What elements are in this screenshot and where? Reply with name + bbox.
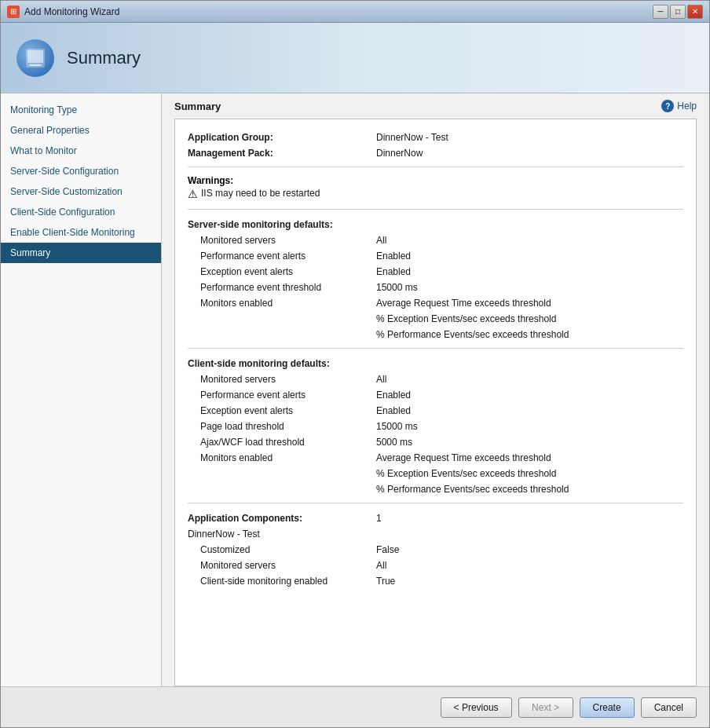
sidebar-item-what-to-monitor[interactable]: What to Monitor bbox=[1, 141, 161, 161]
client-monitors-2: % Exception Events/sec exceeds threshold bbox=[188, 468, 683, 479]
window-icon: ⊞ bbox=[7, 5, 20, 18]
previous-button[interactable]: < Previous bbox=[441, 697, 512, 718]
server-monitors-value-3: % Performance Events/sec exceeds thresho… bbox=[376, 329, 569, 340]
server-section-header: Server-side monitoring defaults: bbox=[188, 219, 683, 230]
client-ajax-threshold: Ajax/WCF load threshold 5000 ms bbox=[188, 437, 683, 448]
divider-3 bbox=[188, 348, 683, 349]
app-comp-client-monitoring: Client-side monitoring enabled True bbox=[188, 576, 683, 587]
server-section-label: Server-side monitoring defaults: bbox=[188, 219, 376, 230]
client-ajax-threshold-value: 5000 ms bbox=[376, 437, 412, 448]
main-header: Summary ? Help bbox=[162, 93, 709, 119]
window-title: Add Monitoring Wizard bbox=[24, 6, 648, 17]
client-monitors-label-1: Monitors enabled bbox=[188, 452, 376, 463]
client-page-load-label: Page load threshold bbox=[188, 421, 376, 432]
app-comp-dinnernow-label: DinnerNow - Test bbox=[188, 529, 376, 540]
sidebar-item-monitoring-type[interactable]: Monitoring Type bbox=[1, 100, 161, 120]
client-page-load-value: 15000 ms bbox=[376, 421, 418, 432]
app-comp-client-label: Client-side monitoring enabled bbox=[188, 576, 376, 587]
client-monitors-value-1: Average Request Time exceeds threshold bbox=[376, 452, 551, 463]
server-perf-threshold: Performance event threshold 15000 ms bbox=[188, 282, 683, 293]
warning-icon: ⚠ bbox=[188, 188, 198, 201]
create-button[interactable]: Create bbox=[580, 697, 635, 718]
app-comp-monitored-value: All bbox=[376, 560, 386, 571]
management-pack-label: Management Pack: bbox=[188, 148, 376, 159]
app-components-value: 1 bbox=[376, 513, 382, 524]
client-perf-alerts-label: Performance event alerts bbox=[188, 390, 376, 401]
server-perf-alerts: Performance event alerts Enabled bbox=[188, 251, 683, 262]
client-monitored-servers-value: All bbox=[376, 374, 386, 385]
main-title: Summary bbox=[174, 101, 221, 112]
client-monitors-1: Monitors enabled Average Request Time ex… bbox=[188, 452, 683, 463]
sidebar-item-server-side-custom[interactable]: Server-Side Customization bbox=[1, 181, 161, 202]
client-monitored-servers: Monitored servers All bbox=[188, 374, 683, 385]
server-perf-threshold-value: 15000 ms bbox=[376, 282, 418, 293]
client-monitors-label-3 bbox=[188, 484, 376, 495]
sidebar-item-general-properties[interactable]: General Properties bbox=[1, 120, 161, 141]
divider-1 bbox=[188, 166, 683, 167]
header-title: Summary bbox=[67, 48, 141, 68]
next-button[interactable]: Next > bbox=[518, 697, 573, 718]
content-area: Monitoring Type General Properties What … bbox=[1, 93, 709, 686]
management-pack-row: Management Pack: DinnerNow bbox=[188, 148, 683, 159]
app-comp-monitored-label: Monitored servers bbox=[188, 560, 376, 571]
server-perf-threshold-label: Performance event threshold bbox=[188, 282, 376, 293]
maximize-button[interactable]: □ bbox=[670, 5, 686, 19]
warnings-section: Warnings: ⚠ IIS may need to be restarted bbox=[188, 175, 683, 201]
summary-box: Application Group: DinnerNow - Test Mana… bbox=[174, 119, 697, 686]
help-icon: ? bbox=[661, 100, 674, 112]
server-monitored-servers-label: Monitored servers bbox=[188, 235, 376, 246]
app-comp-client-value: True bbox=[376, 576, 395, 587]
divider-4 bbox=[188, 503, 683, 503]
sidebar-item-server-side-config[interactable]: Server-Side Configuration bbox=[1, 161, 161, 181]
management-pack-value: DinnerNow bbox=[376, 148, 423, 159]
client-ajax-threshold-label: Ajax/WCF load threshold bbox=[188, 437, 376, 448]
application-group-row: Application Group: DinnerNow - Test bbox=[188, 132, 683, 143]
warning-text: IIS may need to be restarted bbox=[201, 188, 320, 199]
client-page-load: Page load threshold 15000 ms bbox=[188, 421, 683, 432]
client-section: Client-side monitoring defaults: Monitor… bbox=[188, 358, 683, 495]
help-link[interactable]: ? Help bbox=[661, 100, 697, 112]
client-monitors-3: % Performance Events/sec exceeds thresho… bbox=[188, 484, 683, 495]
app-components-section: Application Components: 1 DinnerNow - Te… bbox=[188, 513, 683, 587]
client-exception-alerts: Exception event alerts Enabled bbox=[188, 405, 683, 416]
server-monitors-2: % Exception Events/sec exceeds threshold bbox=[188, 313, 683, 324]
header-area: Summary bbox=[1, 23, 709, 93]
client-perf-alerts: Performance event alerts Enabled bbox=[188, 390, 683, 401]
server-monitors-label-2 bbox=[188, 313, 376, 324]
server-exception-alerts: Exception event alerts Enabled bbox=[188, 266, 683, 277]
server-section: Server-side monitoring defaults: Monitor… bbox=[188, 219, 683, 340]
warning-row: ⚠ IIS may need to be restarted bbox=[188, 188, 683, 201]
client-section-header: Client-side monitoring defaults: bbox=[188, 358, 683, 369]
svg-rect-2 bbox=[29, 64, 42, 66]
server-monitors-value-1: Average Request Time exceeds threshold bbox=[376, 298, 551, 309]
main-window: ⊞ Add Monitoring Wizard ─ □ ✕ Summary Mo… bbox=[0, 0, 710, 728]
close-button[interactable]: ✕ bbox=[687, 5, 703, 19]
sidebar-item-client-side-config[interactable]: Client-Side Configuration bbox=[1, 202, 161, 222]
client-monitored-servers-label: Monitored servers bbox=[188, 374, 376, 385]
server-perf-alerts-value: Enabled bbox=[376, 251, 411, 262]
server-monitors-label: Monitors enabled bbox=[188, 298, 376, 309]
app-comp-customized-label: Customized bbox=[188, 544, 376, 555]
server-exception-alerts-value: Enabled bbox=[376, 266, 411, 277]
server-perf-alerts-label: Performance event alerts bbox=[188, 251, 376, 262]
server-monitors-value-2: % Exception Events/sec exceeds threshold bbox=[376, 313, 556, 324]
sidebar: Monitoring Type General Properties What … bbox=[1, 93, 162, 686]
sidebar-item-summary[interactable]: Summary bbox=[1, 243, 161, 263]
client-monitors-label-2 bbox=[188, 468, 376, 479]
sidebar-item-enable-client-side[interactable]: Enable Client-Side Monitoring bbox=[1, 222, 161, 243]
client-perf-alerts-value: Enabled bbox=[376, 390, 411, 401]
svg-rect-1 bbox=[27, 50, 43, 63]
app-comp-customized: Customized False bbox=[188, 544, 683, 555]
client-exception-alerts-value: Enabled bbox=[376, 405, 411, 416]
server-monitored-servers: Monitored servers All bbox=[188, 235, 683, 246]
client-section-label: Client-side monitoring defaults: bbox=[188, 358, 376, 369]
divider-2 bbox=[188, 209, 683, 210]
minimize-button[interactable]: ─ bbox=[653, 5, 668, 19]
server-monitors-label-3 bbox=[188, 329, 376, 340]
warnings-label: Warnings: bbox=[188, 175, 683, 186]
server-monitored-servers-value: All bbox=[376, 235, 386, 246]
app-comp-customized-value: False bbox=[376, 544, 399, 555]
client-monitors-value-2: % Exception Events/sec exceeds threshold bbox=[376, 468, 556, 479]
cancel-button[interactable]: Cancel bbox=[641, 697, 697, 718]
client-exception-alerts-label: Exception event alerts bbox=[188, 405, 376, 416]
